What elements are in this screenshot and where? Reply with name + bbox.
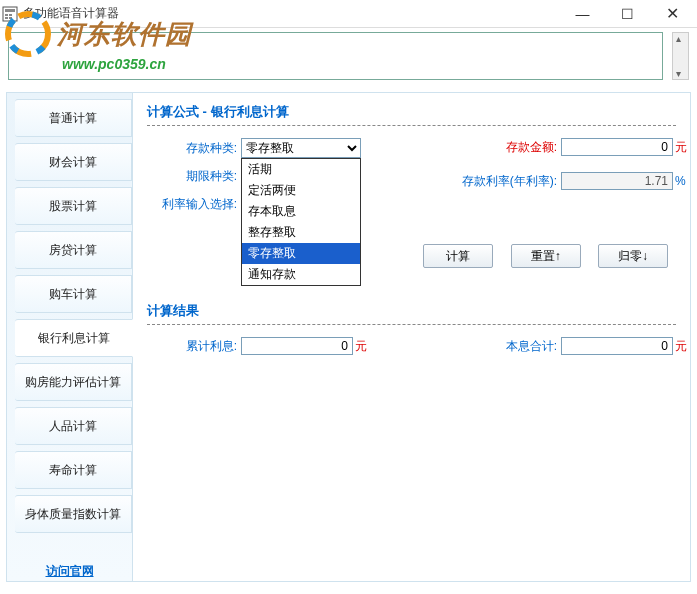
deposit-type-label: 存款种类: xyxy=(147,140,237,157)
minimize-button[interactable]: — xyxy=(560,0,605,28)
app-icon xyxy=(2,6,18,22)
zero-button[interactable]: 归零↓ xyxy=(598,244,668,268)
reset-button[interactable]: 重置↑ xyxy=(511,244,581,268)
interest-output xyxy=(241,337,353,355)
expression-area xyxy=(8,32,689,88)
formula-title: 计算公式 - 银行利息计算 xyxy=(147,103,676,121)
expression-input[interactable] xyxy=(8,32,663,80)
result-title: 计算结果 xyxy=(147,302,676,320)
scrollbar[interactable] xyxy=(672,32,689,80)
tab-house-afford[interactable]: 购房能力评估计算 xyxy=(15,363,132,401)
tab-life[interactable]: 寿命计算 xyxy=(15,451,132,489)
tab-renpin[interactable]: 人品计算 xyxy=(15,407,132,445)
rate-label: 存款利率(年利率): xyxy=(447,173,557,190)
rate-input[interactable] xyxy=(561,172,673,190)
amount-unit: 元 xyxy=(675,139,687,156)
interest-unit: 元 xyxy=(355,338,367,355)
tab-mortgage[interactable]: 房贷计算 xyxy=(15,231,132,269)
calc-button[interactable]: 计算 xyxy=(423,244,493,268)
deposit-type-dropdown[interactable]: 活期 定活两便 存本取息 整存整取 零存整取 通知存款 xyxy=(241,158,361,286)
tab-accounting[interactable]: 财会计算 xyxy=(15,143,132,181)
divider xyxy=(147,125,676,126)
dropdown-option[interactable]: 存本取息 xyxy=(242,201,360,222)
rate-input-label: 利率输入选择: xyxy=(147,196,237,213)
dropdown-option[interactable]: 定活两便 xyxy=(242,180,360,201)
tab-car[interactable]: 购车计算 xyxy=(15,275,132,313)
content-panel: 计算公式 - 银行利息计算 存款种类: 零存整取 期限种类: 利率输入选择: 活… xyxy=(132,92,691,582)
svg-rect-2 xyxy=(5,14,8,16)
rate-unit: % xyxy=(675,174,686,188)
total-output xyxy=(561,337,673,355)
amount-input[interactable] xyxy=(561,138,673,156)
tab-bmi[interactable]: 身体质量指数计算 xyxy=(15,495,132,533)
window-title: 多功能语音计算器 xyxy=(23,5,560,22)
interest-label: 累计利息: xyxy=(147,338,237,355)
tab-normal[interactable]: 普通计算 xyxy=(15,99,132,137)
dropdown-option[interactable]: 整存整取 xyxy=(242,222,360,243)
svg-rect-1 xyxy=(5,9,15,12)
total-label: 本息合计: xyxy=(447,338,557,355)
dropdown-option[interactable]: 通知存款 xyxy=(242,264,360,285)
maximize-button[interactable]: ☐ xyxy=(605,0,650,28)
side-tabs: 普通计算 财会计算 股票计算 房贷计算 购车计算 银行利息计算 购房能力评估计算… xyxy=(6,92,132,582)
svg-rect-4 xyxy=(5,17,8,19)
tab-bank-interest[interactable]: 银行利息计算 xyxy=(15,319,133,357)
total-unit: 元 xyxy=(675,338,687,355)
divider xyxy=(147,324,676,325)
close-button[interactable]: ✕ xyxy=(650,0,695,28)
svg-rect-5 xyxy=(9,17,12,19)
svg-rect-3 xyxy=(9,14,12,16)
dropdown-option-selected[interactable]: 零存整取 xyxy=(242,243,360,264)
term-type-label: 期限种类: xyxy=(147,168,237,185)
tab-stock[interactable]: 股票计算 xyxy=(15,187,132,225)
visit-website-link[interactable]: 访问官网 xyxy=(46,564,94,578)
dropdown-option[interactable]: 活期 xyxy=(242,159,360,180)
amount-label: 存款金额: xyxy=(447,139,557,156)
titlebar: 多功能语音计算器 — ☐ ✕ xyxy=(0,0,697,28)
deposit-type-select[interactable]: 零存整取 xyxy=(241,138,361,158)
